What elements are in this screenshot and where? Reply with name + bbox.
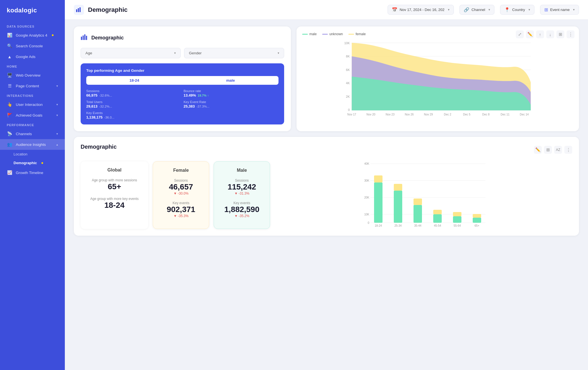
edit-button[interactable]: ✏️ bbox=[534, 146, 542, 154]
bounce-rate-metric: Bounce rate 13.49% 19.7% ↑ bbox=[184, 89, 278, 97]
svg-text:Dec 14: Dec 14 bbox=[520, 113, 529, 116]
female-key-events-value: 902,371 bbox=[159, 205, 203, 214]
age-filter-label: Age bbox=[85, 51, 92, 55]
bar-chart-svg: 40K 30K 20K 10K 0 bbox=[275, 161, 572, 229]
female-sessions-value: 46,657 bbox=[159, 182, 203, 191]
key-events-age-label: Age group with more key events bbox=[86, 197, 143, 201]
svg-text:10K: 10K bbox=[344, 41, 350, 45]
svg-text:65+: 65+ bbox=[475, 224, 479, 227]
bounce-rate-label: Bounce rate bbox=[184, 89, 278, 93]
male-sessions-label: Sessions bbox=[220, 179, 264, 182]
channel-icon: 🔗 bbox=[464, 7, 469, 12]
chevron-down-icon: ▾ bbox=[573, 8, 575, 12]
sidebar-item-google-analytics[interactable]: 📊 Google Analytics 4 bbox=[0, 30, 65, 41]
female-legend-color bbox=[348, 34, 354, 35]
svg-text:25-34: 25-34 bbox=[394, 224, 402, 227]
header: Demographic 📅 Nov 17, 2024 - Dec 16, 202… bbox=[65, 0, 588, 20]
bounce-rate-badge: 19.7% ↑ bbox=[198, 94, 209, 97]
calendar-icon: 📅 bbox=[392, 7, 397, 12]
sidebar-item-google-ads[interactable]: ▲ Google Ads bbox=[0, 51, 65, 62]
total-users-metric: Total Users 29,613 -32.2%... bbox=[86, 100, 181, 108]
sessions-age-label: Age group with more sessions bbox=[86, 178, 143, 182]
country-filter[interactable]: 📍 Country ▾ bbox=[500, 5, 534, 15]
filter-row: Age ▾ Gender ▾ bbox=[81, 48, 284, 58]
sessions-label: Sessions bbox=[86, 89, 181, 93]
svg-text:0: 0 bbox=[368, 221, 369, 224]
sidebar-item-user-interaction[interactable]: 👆 User Interaction ▾ bbox=[0, 99, 65, 110]
date-range-label: Nov 17, 2024 - Dec 16, 202 bbox=[400, 8, 445, 12]
top-performing-title: Top performing Age and Gender bbox=[86, 68, 278, 73]
edit-button[interactable]: ✏️ bbox=[526, 30, 534, 38]
sidebar-item-label: Google Analytics 4 bbox=[16, 33, 47, 37]
male-key-events-change: ▼ -35.2% bbox=[220, 214, 264, 218]
sidebar-item-channels[interactable]: 📡 Channels ▾ bbox=[0, 128, 65, 139]
chevron-down-icon: ▾ bbox=[529, 8, 530, 12]
active-dot bbox=[52, 34, 54, 36]
area-chart-svg: 10K 8K 6K 4K 2K 0 bbox=[302, 40, 573, 124]
home-label: Home bbox=[0, 62, 65, 70]
demo-card-toolbar: ✏️ ⊞ AZ ⋮ bbox=[534, 146, 572, 154]
svg-rect-39 bbox=[374, 182, 383, 223]
channel-label: Channel bbox=[472, 8, 485, 12]
date-range-filter[interactable]: 📅 Nov 17, 2024 - Dec 16, 202 ▾ bbox=[388, 5, 454, 15]
bottom-card-title: Demographic bbox=[81, 144, 117, 150]
svg-text:2K: 2K bbox=[346, 95, 350, 98]
svg-rect-45 bbox=[433, 214, 442, 223]
growth-timeline-icon: 📈 bbox=[7, 170, 12, 175]
channel-filter[interactable]: 🔗 Channel ▾ bbox=[459, 5, 494, 15]
female-sessions-label: Sessions bbox=[159, 179, 203, 182]
key-event-rate-label: Key Event Rate bbox=[184, 100, 278, 104]
more-button[interactable]: ⋮ bbox=[564, 146, 572, 154]
svg-rect-3 bbox=[81, 37, 82, 40]
key-event-rate-value: 25,383 bbox=[184, 104, 195, 108]
event-name-filter[interactable]: ⊞ Event name ▾ bbox=[540, 5, 579, 15]
male-key-events-value: 1,882,590 bbox=[220, 205, 264, 214]
svg-text:Nov 26: Nov 26 bbox=[405, 113, 414, 116]
top-performing-box: Top performing Age and Gender 18-24 male… bbox=[81, 63, 284, 124]
page-title: Demographic bbox=[88, 6, 128, 14]
gender-filter-button[interactable]: Gender ▾ bbox=[184, 48, 284, 58]
svg-text:Dec 5: Dec 5 bbox=[463, 113, 471, 116]
sidebar-item-search-console[interactable]: 🔍 Search Console bbox=[0, 41, 65, 51]
bottom-content: Global Age group with more sessions 65+ … bbox=[81, 161, 572, 229]
svg-text:Nov 29: Nov 29 bbox=[424, 113, 433, 116]
sidebar-item-page-content[interactable]: ☰ Page Content ▾ bbox=[0, 81, 65, 91]
svg-rect-48 bbox=[453, 212, 461, 216]
bar-chart-container: 40K 30K 20K 10K 0 bbox=[275, 161, 572, 229]
svg-text:10K: 10K bbox=[364, 213, 369, 216]
grid-button[interactable]: ⊞ bbox=[556, 30, 564, 38]
chevron-down-icon: ▾ bbox=[278, 51, 279, 55]
total-users-label: Total Users bbox=[86, 100, 181, 104]
svg-text:30K: 30K bbox=[364, 179, 369, 182]
svg-rect-5 bbox=[84, 34, 85, 40]
svg-text:Dec 2: Dec 2 bbox=[444, 113, 452, 116]
sidebar-item-label: Growth Timeline bbox=[16, 171, 43, 175]
age-filter-button[interactable]: Age ▾ bbox=[81, 48, 181, 58]
expand-button[interactable]: ⤢ bbox=[516, 30, 524, 38]
svg-text:55-64: 55-64 bbox=[454, 224, 461, 227]
event-icon: ⊞ bbox=[544, 7, 548, 12]
sidebar-item-achieved-goals[interactable]: 🚩 Achieved Goals ▾ bbox=[0, 110, 65, 121]
sidebar-item-growth-timeline[interactable]: 📈 Growth Timeline bbox=[0, 167, 65, 178]
key-event-rate-metric: Key Event Rate 25,383 -37.3%... bbox=[184, 100, 278, 108]
up-button[interactable]: ↑ bbox=[536, 30, 544, 38]
more-button[interactable]: ⋮ bbox=[567, 30, 574, 38]
sidebar-item-web-overview[interactable]: 🖥️ Web Overview bbox=[0, 70, 65, 81]
az-button[interactable]: AZ bbox=[554, 146, 562, 154]
sidebar-sub-location[interactable]: Location bbox=[0, 150, 65, 159]
svg-rect-4 bbox=[83, 35, 84, 40]
grid-button[interactable]: ⊞ bbox=[544, 146, 552, 154]
sidebar: kodalogic Data Sources 📊 Google Analytic… bbox=[0, 0, 65, 370]
male-stat-card: Male Sessions 115,242 ▼ -31.3% Key event… bbox=[214, 161, 270, 229]
global-card-title-section: Global bbox=[86, 168, 143, 173]
google-ads-icon: ▲ bbox=[7, 54, 12, 59]
sidebar-item-audience-insights[interactable]: 👥 Audience Insights ▴ bbox=[0, 139, 65, 150]
page-content-icon: ☰ bbox=[7, 83, 12, 89]
sidebar-sub-demographic[interactable]: Demographic bbox=[0, 159, 65, 167]
active-dot bbox=[41, 162, 43, 164]
demographic-filter-card: Demographic Age ▾ Gender ▾ Top performin… bbox=[74, 26, 291, 131]
female-key-events-label: Key events bbox=[159, 201, 203, 205]
down-button[interactable]: ↓ bbox=[546, 30, 554, 38]
achieved-goals-icon: 🚩 bbox=[7, 112, 12, 118]
demographic-card-title: Demographic bbox=[91, 35, 124, 41]
